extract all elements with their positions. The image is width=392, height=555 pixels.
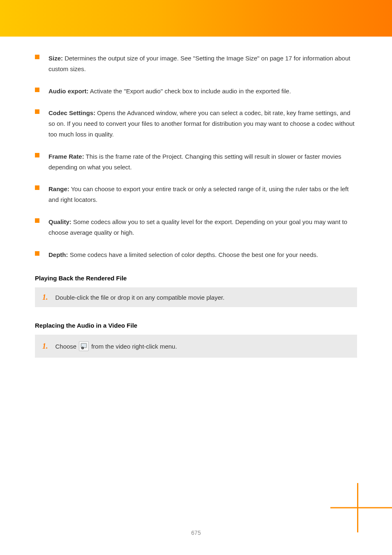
square-bullet-icon (35, 109, 39, 114)
bullet-text: Quality: Some codecs allow you to set a … (48, 217, 357, 238)
bullet-text: Size: Determines the output size of your… (48, 53, 357, 74)
bullet-title: Quality: (48, 218, 71, 225)
list-item: Size: Determines the output size of your… (35, 53, 357, 74)
bullet-text: Range: You can choose to export your ent… (48, 184, 357, 205)
page-content: Size: Determines the output size of your… (0, 37, 392, 358)
list-item: Quality: Some codecs allow you to set a … (35, 217, 357, 238)
bullet-body: You can choose to export your entire tra… (48, 185, 348, 203)
svg-rect-6 (81, 348, 82, 349)
corner-plus-decoration (330, 483, 392, 532)
list-item: Depth: Some codecs have a limited select… (35, 250, 357, 260)
page-number: 675 (191, 530, 201, 536)
bullet-body: Some codecs have a limited selection of … (68, 251, 318, 258)
list-item: Frame Rate: This is the frame rate of th… (35, 151, 357, 173)
step-number: 1. (42, 293, 48, 302)
bullet-title: Audio export: (48, 88, 89, 95)
options-bullet-list: Size: Determines the output size of your… (35, 53, 357, 260)
list-item: Codec Settings: Opens the Advanced windo… (35, 108, 357, 139)
bullet-text: Depth: Some codecs have a limited select… (48, 250, 318, 260)
step-text-post: from the video right-click menu. (91, 343, 177, 350)
bullet-body: This is the frame rate of the Project. C… (48, 153, 341, 171)
list-item: Range: You can choose to export your ent… (35, 184, 357, 205)
square-bullet-icon (35, 218, 39, 223)
step-text-pre: Choose (55, 343, 77, 350)
bullet-title: Depth: (48, 251, 68, 258)
square-bullet-icon (35, 153, 39, 157)
bullet-title: Size: (48, 55, 63, 62)
bullet-body: Some codecs allow you to set a quality l… (48, 218, 347, 236)
square-bullet-icon (35, 185, 39, 190)
list-item: Audio export: Activate the "Export audio… (35, 86, 357, 97)
bullet-body: Determines the output size of your image… (48, 55, 350, 72)
bullet-text: Codec Settings: Opens the Advanced windo… (48, 108, 357, 139)
svg-rect-1 (82, 344, 86, 347)
section-heading-replace-audio: Replacing the Audio in a Video File (35, 322, 357, 329)
step-number: 1. (42, 342, 48, 351)
bullet-text: Frame Rate: This is the frame rate of th… (48, 151, 357, 173)
bullet-body: Activate the "Export audio" check box to… (89, 88, 291, 95)
bullet-title: Codec Settings: (48, 109, 95, 116)
bullet-title: Range: (48, 185, 69, 192)
step-text: Choose from the video right-click menu. (55, 341, 177, 351)
square-bullet-icon (35, 55, 39, 59)
replace-audio-icon (79, 341, 89, 351)
header-gradient-bar (0, 0, 392, 37)
square-bullet-icon (35, 251, 39, 256)
bullet-text: Audio export: Activate the "Export audio… (48, 86, 291, 97)
step-row: 1. Double-click the file or drop it on a… (35, 287, 357, 307)
step-row: 1. Choose from the video right-click men… (35, 335, 357, 358)
section-heading-playback: Playing Back the Rendered File (35, 275, 357, 282)
bullet-title: Frame Rate: (48, 153, 84, 160)
square-bullet-icon (35, 88, 39, 92)
step-text: Double-click the file or drop it on any … (55, 294, 225, 301)
svg-point-3 (82, 348, 83, 349)
